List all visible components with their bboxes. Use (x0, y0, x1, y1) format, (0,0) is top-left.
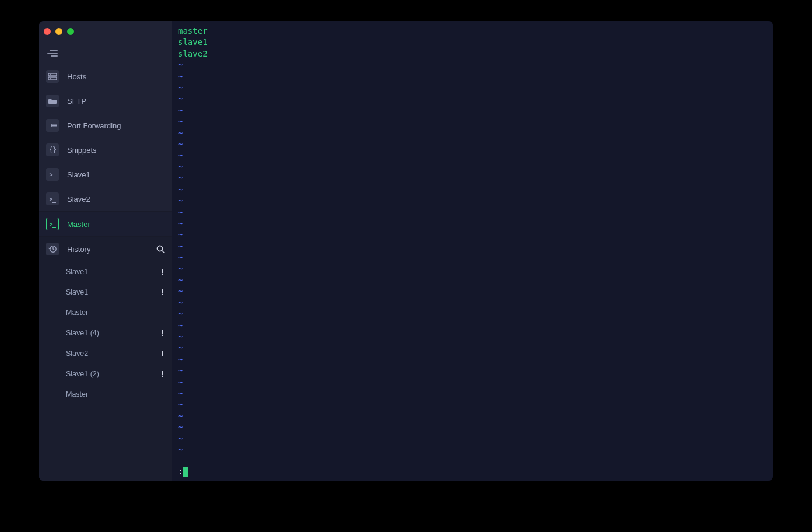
terminal-empty-line: ~ (178, 218, 767, 229)
terminal-cursor (183, 467, 188, 477)
history-item-label: Slave2 (66, 349, 161, 358)
svg-rect-1 (48, 77, 57, 80)
terminal-empty-line: ~ (178, 309, 767, 320)
terminal-empty-line: ~ (178, 173, 767, 184)
terminal-status-line: : (178, 467, 767, 477)
terminal-empty-line: ~ (178, 229, 767, 240)
terminal-content: masterslave1slave2~~~~~~~~~~~~~~~~~~~~~~… (178, 26, 767, 467)
history-item-label: Master (66, 390, 164, 398)
alert-icon: ! (161, 288, 164, 297)
terminal-empty-line: ~ (178, 71, 767, 82)
forward-icon (46, 119, 59, 132)
history-item[interactable]: Slave2! (39, 343, 172, 363)
terminal-empty-line: ~ (178, 444, 767, 456)
window-maximize-button[interactable] (67, 28, 74, 35)
sidebar-item-label: Snippets (67, 146, 97, 155)
svg-line-6 (162, 251, 164, 253)
terminal-empty-line: ~ (178, 399, 767, 410)
sidebar-item-label: Hosts (67, 72, 86, 81)
terminal-icon: >_ (46, 168, 59, 181)
terminal-empty-line: ~ (178, 241, 767, 252)
terminal-icon: >_ (46, 192, 59, 205)
window-close-button[interactable] (44, 28, 51, 35)
terminal-empty-line: ~ (178, 252, 767, 263)
terminal-line: slave1 (178, 37, 767, 48)
sidebar-item-label: SFTP (67, 97, 86, 106)
sidebar-item-label: Slave1 (67, 170, 90, 179)
search-icon[interactable] (156, 244, 165, 254)
hamburger-icon (47, 50, 58, 57)
terminal-empty-line: ~ (178, 388, 767, 399)
braces-icon: {} (46, 144, 59, 156)
terminal-empty-line: ~ (178, 377, 767, 388)
history-list: Slave1!Slave1!MasterSlave1 (4)!Slave2!Sl… (39, 261, 172, 404)
alert-icon: ! (161, 369, 164, 379)
terminal-empty-line: ~ (178, 162, 767, 173)
svg-rect-0 (48, 73, 57, 76)
status-prefix: : (178, 466, 183, 477)
history-item[interactable]: Slave1 (4)! (39, 323, 172, 343)
terminal-empty-line: ~ (178, 105, 767, 116)
terminal-empty-line: ~ (178, 411, 767, 422)
terminal-line: slave2 (178, 48, 767, 60)
history-header[interactable]: History (39, 237, 172, 261)
terminal-pane[interactable]: masterslave1slave2~~~~~~~~~~~~~~~~~~~~~~… (172, 21, 773, 481)
sidebar-item-label: Port Forwarding (67, 121, 121, 130)
history-item[interactable]: Master (39, 302, 172, 323)
terminal-empty-line: ~ (178, 207, 767, 218)
history-item[interactable]: Slave1! (39, 282, 172, 302)
history-title: History (67, 245, 90, 254)
terminal-empty-line: ~ (178, 82, 767, 93)
terminal-empty-line: ~ (178, 286, 767, 297)
terminal-empty-line: ~ (178, 354, 767, 365)
terminal-empty-line: ~ (178, 365, 767, 376)
window-minimize-button[interactable] (55, 28, 62, 35)
history-item-label: Slave1 (66, 268, 161, 276)
terminal-empty-line: ~ (178, 331, 767, 342)
sidebar-item-label: Master (67, 220, 90, 229)
terminal-empty-line: ~ (178, 320, 767, 331)
terminal-icon: >_ (46, 218, 59, 230)
sidebar-item-session-slave2[interactable]: >_ Slave2 (39, 187, 172, 211)
history-item[interactable]: Master (39, 384, 172, 404)
terminal-empty-line: ~ (178, 342, 767, 354)
terminal-empty-line: ~ (178, 60, 767, 71)
terminal-empty-line: ~ (178, 128, 767, 139)
alert-icon: ! (161, 267, 164, 276)
history-item-label: Slave1 (2) (66, 370, 161, 378)
history-item-label: Slave1 (66, 288, 161, 296)
sidebar-item-snippets[interactable]: {} Snippets (39, 138, 172, 162)
history-item-label: Master (66, 309, 164, 317)
terminal-empty-line: ~ (178, 433, 767, 444)
history-icon (46, 243, 59, 256)
app-window: Hosts SFTP Port Forwarding {} Snippets (39, 21, 773, 481)
terminal-empty-line: ~ (178, 150, 767, 161)
svg-point-3 (50, 78, 51, 79)
sidebar-item-hosts[interactable]: Hosts (39, 64, 172, 89)
menu-toggle-button[interactable] (39, 42, 172, 64)
history-item[interactable]: Slave1! (39, 261, 172, 282)
titlebar (39, 21, 172, 42)
sidebar-item-port-forwarding[interactable]: Port Forwarding (39, 113, 172, 138)
sidebar-item-label: Slave2 (67, 195, 90, 204)
alert-icon: ! (161, 349, 164, 358)
terminal-empty-line: ~ (178, 422, 767, 433)
terminal-empty-line: ~ (178, 93, 767, 104)
terminal-line: master (178, 26, 767, 37)
hosts-icon (46, 70, 59, 83)
history-item[interactable]: Slave1 (2)! (39, 363, 172, 384)
history-item-label: Slave1 (4) (66, 329, 161, 337)
sidebar-item-sftp[interactable]: SFTP (39, 89, 172, 113)
terminal-empty-line: ~ (178, 116, 767, 127)
terminal-empty-line: ~ (178, 264, 767, 275)
sidebar-nav: Hosts SFTP Port Forwarding {} Snippets (39, 64, 172, 237)
terminal-empty-line: ~ (178, 184, 767, 195)
terminal-empty-line: ~ (178, 195, 767, 206)
terminal-empty-line: ~ (178, 298, 767, 309)
sidebar-item-session-slave1[interactable]: >_ Slave1 (39, 162, 172, 187)
terminal-empty-line: ~ (178, 139, 767, 150)
sidebar-item-session-master[interactable]: >_ Master (39, 212, 172, 236)
folder-icon (46, 94, 59, 107)
history-panel: History Slave1!Slave1!MasterSlave1 (4)!S… (39, 237, 172, 481)
sidebar: Hosts SFTP Port Forwarding {} Snippets (39, 21, 172, 481)
